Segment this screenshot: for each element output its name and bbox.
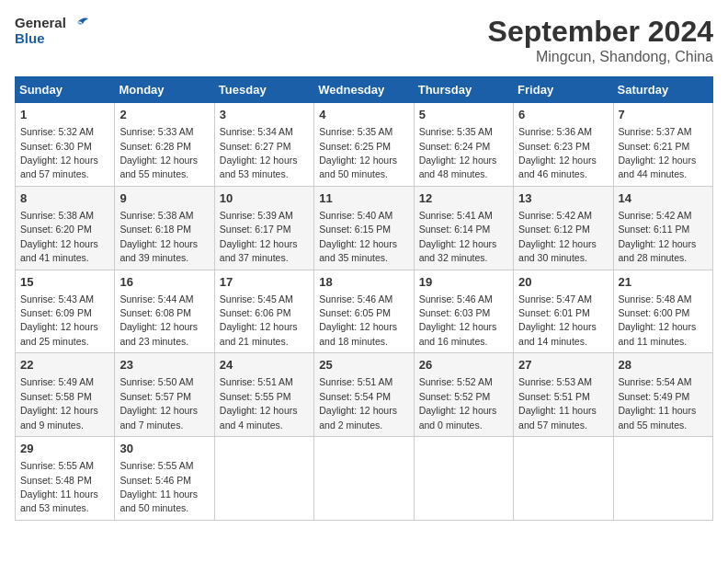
day-empty	[314, 437, 414, 521]
day-5: 5Sunrise: 5:35 AMSunset: 6:24 PMDaylight…	[414, 103, 513, 187]
day-25: 25Sunrise: 5:51 AMSunset: 5:54 PMDayligh…	[314, 353, 414, 437]
logo-wordmark: General Blue	[15, 15, 88, 47]
day-2: 2Sunrise: 5:33 AMSunset: 6:28 PMDaylight…	[115, 103, 214, 187]
day-empty	[613, 437, 712, 521]
logo-blue: Blue	[15, 31, 88, 47]
day-27: 27Sunrise: 5:53 AMSunset: 5:51 PMDayligh…	[514, 353, 613, 437]
title-block: September 2024 Mingcun, Shandong, China	[488, 15, 713, 65]
day-29: 29Sunrise: 5:55 AMSunset: 5:48 PMDayligh…	[16, 437, 115, 521]
logo-bird-icon	[68, 15, 88, 31]
day-1: 1Sunrise: 5:32 AMSunset: 6:30 PMDaylight…	[16, 103, 115, 187]
day-9: 9Sunrise: 5:38 AMSunset: 6:18 PMDaylight…	[115, 186, 214, 270]
col-tuesday: Tuesday	[214, 77, 313, 103]
calendar-week-4: 22Sunrise: 5:49 AMSunset: 5:58 PMDayligh…	[16, 353, 713, 437]
day-7: 7Sunrise: 5:37 AMSunset: 6:21 PMDaylight…	[613, 103, 712, 187]
calendar-week-3: 15Sunrise: 5:43 AMSunset: 6:09 PMDayligh…	[16, 270, 713, 353]
day-10: 10Sunrise: 5:39 AMSunset: 6:17 PMDayligh…	[214, 186, 313, 270]
col-monday: Monday	[115, 77, 214, 103]
day-30: 30Sunrise: 5:55 AMSunset: 5:46 PMDayligh…	[115, 437, 214, 521]
calendar-title: September 2024	[488, 15, 713, 49]
logo-general: General	[15, 16, 66, 31]
calendar-subtitle: Mingcun, Shandong, China	[488, 49, 713, 65]
day-6: 6Sunrise: 5:36 AMSunset: 6:23 PMDaylight…	[514, 103, 613, 187]
col-wednesday: Wednesday	[314, 77, 414, 103]
page-header: General Blue September 2024 Mingcun, Sha…	[15, 15, 713, 65]
col-thursday: Thursday	[414, 77, 513, 103]
day-23: 23Sunrise: 5:50 AMSunset: 5:57 PMDayligh…	[115, 353, 214, 437]
header-row: Sunday Monday Tuesday Wednesday Thursday…	[16, 77, 713, 103]
logo: General Blue	[15, 15, 88, 47]
day-24: 24Sunrise: 5:51 AMSunset: 5:55 PMDayligh…	[214, 353, 313, 437]
day-17: 17Sunrise: 5:45 AMSunset: 6:06 PMDayligh…	[214, 270, 313, 353]
calendar-table: Sunday Monday Tuesday Wednesday Thursday…	[15, 76, 713, 521]
day-12: 12Sunrise: 5:41 AMSunset: 6:14 PMDayligh…	[414, 186, 513, 270]
day-28: 28Sunrise: 5:54 AMSunset: 5:49 PMDayligh…	[613, 353, 712, 437]
day-4: 4Sunrise: 5:35 AMSunset: 6:25 PMDaylight…	[314, 103, 414, 187]
day-11: 11Sunrise: 5:40 AMSunset: 6:15 PMDayligh…	[314, 186, 414, 270]
day-empty	[214, 437, 313, 521]
day-empty	[514, 437, 613, 521]
day-14: 14Sunrise: 5:42 AMSunset: 6:11 PMDayligh…	[613, 186, 712, 270]
day-15: 15Sunrise: 5:43 AMSunset: 6:09 PMDayligh…	[16, 270, 115, 353]
day-empty	[414, 437, 513, 521]
day-20: 20Sunrise: 5:47 AMSunset: 6:01 PMDayligh…	[514, 270, 613, 353]
day-22: 22Sunrise: 5:49 AMSunset: 5:58 PMDayligh…	[16, 353, 115, 437]
day-16: 16Sunrise: 5:44 AMSunset: 6:08 PMDayligh…	[115, 270, 214, 353]
col-saturday: Saturday	[613, 77, 712, 103]
day-8: 8Sunrise: 5:38 AMSunset: 6:20 PMDaylight…	[16, 186, 115, 270]
calendar-week-5: 29Sunrise: 5:55 AMSunset: 5:48 PMDayligh…	[16, 437, 713, 521]
day-13: 13Sunrise: 5:42 AMSunset: 6:12 PMDayligh…	[514, 186, 613, 270]
day-18: 18Sunrise: 5:46 AMSunset: 6:05 PMDayligh…	[314, 270, 414, 353]
calendar-week-2: 8Sunrise: 5:38 AMSunset: 6:20 PMDaylight…	[16, 186, 713, 270]
calendar-week-1: 1Sunrise: 5:32 AMSunset: 6:30 PMDaylight…	[16, 103, 713, 187]
col-sunday: Sunday	[16, 77, 115, 103]
day-3: 3Sunrise: 5:34 AMSunset: 6:27 PMDaylight…	[214, 103, 313, 187]
day-19: 19Sunrise: 5:46 AMSunset: 6:03 PMDayligh…	[414, 270, 513, 353]
day-26: 26Sunrise: 5:52 AMSunset: 5:52 PMDayligh…	[414, 353, 513, 437]
day-21: 21Sunrise: 5:48 AMSunset: 6:00 PMDayligh…	[613, 270, 712, 353]
col-friday: Friday	[514, 77, 613, 103]
